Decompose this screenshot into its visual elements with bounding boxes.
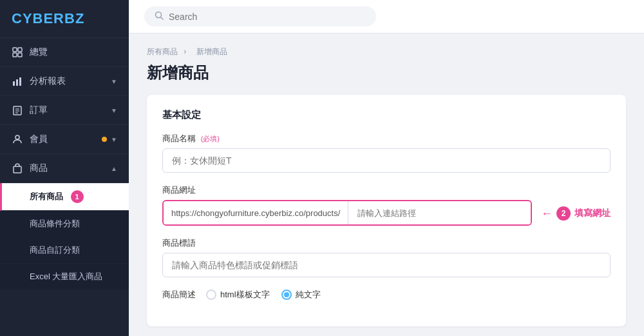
chart-icon xyxy=(12,75,23,87)
plain-radio-option[interactable]: 純文字 xyxy=(281,289,321,301)
sidebar-item-analytics[interactable]: 分析報表 ▼ xyxy=(0,67,129,96)
page-title: 新增商品 xyxy=(147,63,626,83)
search-icon xyxy=(155,11,164,22)
sidebar-item-custom-category[interactable]: 商品自訂分類 xyxy=(0,237,129,264)
sidebar-item-category[interactable]: 商品條件分類 xyxy=(0,211,129,237)
logo-text2: Z xyxy=(75,10,84,26)
topbar xyxy=(129,0,644,34)
content-area: 所有商品 › 新增商品 新增商品 基本設定 商品名稱 (必填) 商品網址 htt… xyxy=(129,34,644,336)
url-suffix-input[interactable] xyxy=(348,202,531,224)
description-type-radio-group: html樣板文字 純文字 xyxy=(206,289,321,301)
svg-rect-5 xyxy=(16,79,18,86)
annotation-label: 填寫網址 xyxy=(574,208,611,219)
sidebar-item-members[interactable]: 會員 ▼ xyxy=(0,125,129,154)
sidebar-item-products[interactable]: 商品 ▲ xyxy=(0,154,129,183)
svg-point-11 xyxy=(15,135,19,139)
chevron-down-icon: ▼ xyxy=(111,136,117,143)
product-slogan-input[interactable] xyxy=(162,253,611,277)
annotation: ← 2 填寫網址 xyxy=(541,206,611,221)
logo-text1: CYBERB xyxy=(12,10,75,26)
html-radio-option[interactable]: html樣板文字 xyxy=(206,289,270,301)
product-url-label: 商品網址 xyxy=(162,184,611,196)
bag-icon xyxy=(12,163,23,174)
svg-rect-4 xyxy=(13,81,15,86)
user-icon xyxy=(12,133,23,145)
sidebar: CYBERBZ 總覽 xyxy=(0,0,129,336)
card-title: 基本設定 xyxy=(162,109,611,121)
product-url-field: 商品網址 https://chongyofurniture.cyberbiz.c… xyxy=(162,184,611,226)
svg-rect-2 xyxy=(13,53,17,57)
product-slogan-label: 商品標語 xyxy=(162,237,611,249)
url-prefix: https://chongyofurniture.cyberbiz.co/pro… xyxy=(164,202,348,224)
breadcrumb: 所有商品 › 新增商品 xyxy=(147,46,626,57)
grid-icon xyxy=(12,46,23,58)
basic-settings-card: 基本設定 商品名稱 (必填) 商品網址 https://chongyofurni… xyxy=(147,95,626,326)
html-radio-circle xyxy=(206,290,216,300)
sidebar-label-analytics: 分析報表 xyxy=(30,75,66,87)
annotation-arrow-icon: ← xyxy=(541,207,553,221)
svg-rect-0 xyxy=(13,48,17,52)
svg-rect-6 xyxy=(19,77,21,86)
active-badge: 1 xyxy=(71,190,84,203)
main-wrapper: 所有商品 › 新增商品 新增商品 基本設定 商品名稱 (必填) 商品網址 htt… xyxy=(129,0,644,336)
sidebar-item-excel-import[interactable]: Excel 大量匯入商品 xyxy=(0,264,129,290)
chevron-down-icon: ▼ xyxy=(111,78,117,85)
url-field-wrapper: https://chongyofurniture.cyberbiz.co/pro… xyxy=(162,200,532,226)
product-description-field: 商品簡述 html樣板文字 純文字 xyxy=(162,289,611,301)
breadcrumb-parent[interactable]: 所有商品 xyxy=(147,47,178,56)
sidebar-label-products: 商品 xyxy=(30,163,48,174)
product-description-label: 商品簡述 xyxy=(162,289,196,301)
member-badge xyxy=(102,137,107,142)
products-submenu: 所有商品 1 商品條件分類 商品自訂分類 Excel 大量匯入商品 xyxy=(0,183,129,290)
sidebar-item-overview[interactable]: 總覽 xyxy=(0,38,129,67)
sidebar-item-orders[interactable]: 訂單 ▼ xyxy=(0,96,129,125)
logo: CYBERBZ xyxy=(12,10,117,27)
logo-area: CYBERBZ xyxy=(0,0,129,38)
svg-rect-3 xyxy=(18,53,22,57)
clipboard-icon xyxy=(12,104,23,116)
svg-line-14 xyxy=(161,17,164,20)
product-name-label: 商品名稱 (必填) xyxy=(162,133,611,144)
sidebar-label-overview: 總覽 xyxy=(30,46,48,58)
svg-rect-1 xyxy=(18,48,22,52)
plain-radio-circle xyxy=(281,290,292,300)
sidebar-label-members: 會員 xyxy=(30,133,48,145)
sidebar-label-orders: 訂單 xyxy=(30,104,48,116)
sidebar-item-all-products[interactable]: 所有商品 1 xyxy=(0,183,129,211)
search-input[interactable] xyxy=(169,12,366,22)
chevron-down-icon: ▼ xyxy=(111,107,117,114)
svg-rect-12 xyxy=(14,166,21,173)
search-box xyxy=(144,6,376,26)
product-slogan-field: 商品標語 xyxy=(162,237,611,277)
product-name-field: 商品名稱 (必填) xyxy=(162,133,611,173)
chevron-up-icon: ▲ xyxy=(111,165,117,172)
annotation-number: 2 xyxy=(556,206,571,221)
product-name-input[interactable] xyxy=(162,148,611,173)
